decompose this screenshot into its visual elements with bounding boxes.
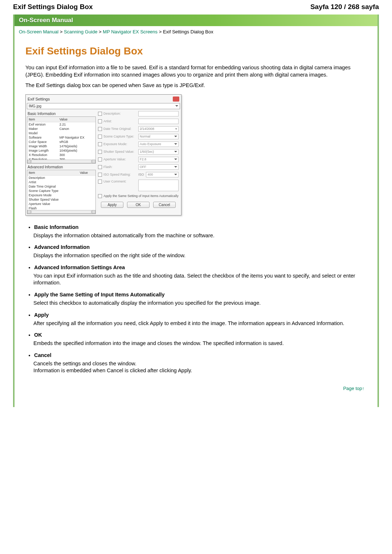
checkbox[interactable] [98,173,102,177]
table-row: MakerCanon [27,127,95,131]
chevron-down-icon [175,105,178,107]
breadcrumb-sep: > [158,29,163,34]
col-item-header: Item [27,170,78,176]
chevron-down-icon [174,166,177,168]
iso-prefix: ISO [138,173,144,176]
table-row: Aperture Value [27,202,95,206]
breadcrumb: On-Screen Manual > Scanning Guide > MP N… [15,26,377,37]
field-label: Aperture Value: [103,157,137,161]
table-row: Flash [27,206,95,210]
exif-settings-dialog: Exif Settings IMG.jpg Basic Information [25,94,181,216]
scrollbar[interactable] [27,160,95,163]
artist-input[interactable] [138,119,179,124]
chevron-down-icon [174,159,177,160]
item-text: Embeds the specified information into th… [33,340,367,347]
col-value-header: Value [78,170,95,176]
table-row: Date Time Original [27,184,95,189]
checkbox[interactable] [98,112,102,116]
checkbox[interactable] [98,180,102,184]
table-row: Color SpacesRGB [27,140,95,144]
doc-title-left: Exif Settings Dialog Box [13,3,93,11]
item-text: Displays the information obtained automa… [33,232,367,239]
apply-same-setting-label: Apply the Same Setting of Input Items Au… [103,194,179,198]
cancel-button[interactable]: Cancel [153,202,176,208]
ok-button[interactable]: OK [127,202,150,208]
field-label: Exposure Mode: [103,142,137,146]
aperture-value-select[interactable]: F2.8 [138,157,179,162]
table-row: Description [27,175,95,180]
field-label: Description: [103,112,137,115]
list-item: Advanced Information Settings AreaYou ca… [34,264,367,287]
breadcrumb-link[interactable]: On-Screen Manual [19,29,58,34]
page-top-link[interactable]: Page top↑ [343,386,364,391]
chevron-down-icon [174,151,177,152]
scene-capture-type-select[interactable]: Normal [138,134,179,139]
col-item-header: Item [27,117,58,122]
date-time-original-input[interactable]: 2/14/2008▾ [138,126,179,132]
table-row: Shutter Speed Value [27,197,95,202]
checkbox[interactable] [98,150,102,154]
list-item: CancelCancels the settings and closes th… [34,352,367,374]
table-row: X Resolution300 [27,153,95,157]
chevron-down-icon [174,136,177,137]
table-row: Exposure Mode [27,193,95,197]
item-text: You can input Exif information such as t… [33,272,367,287]
calendar-icon[interactable]: ▾ [175,127,177,131]
file-select-dropdown[interactable]: IMG.jpg [27,103,180,109]
table-row: Exif version2.21 [27,122,95,127]
advanced-info-list[interactable]: ItemValue Description Artist Date Time O… [27,170,95,210]
list-item: Apply the Same Setting of Input Items Au… [34,292,367,307]
field-label: ISO Speed Rating: [103,173,137,176]
field-label: Date Time Original: [103,127,137,131]
item-text: Select this checkbox to automatically di… [33,300,367,307]
exposure-mode-select[interactable]: Auto Exposure [138,141,179,147]
table-row: Image Width1476(pixels) [27,144,95,148]
item-title: Advanced Information [34,244,367,250]
checkbox[interactable] [98,142,102,146]
list-item: Basic InformationDisplays the informatio… [34,224,367,239]
chevron-down-icon [174,143,177,145]
user-comment-textarea[interactable] [138,180,179,191]
page-title: Exif Settings Dialog Box [25,45,367,57]
scrollbar[interactable] [27,210,95,214]
arrow-up-icon: ↑ [362,386,365,391]
item-text: After specifying all the information you… [33,320,367,327]
dialog-title: Exif Settings [28,97,50,101]
chevron-down-icon [174,174,177,175]
list-item: ApplyAfter specifying all the informatio… [34,312,367,327]
field-label: User Comment: [103,180,137,183]
shutter-speed-select[interactable]: 1/60(Sec) [138,149,179,155]
breadcrumb-sep: > [58,29,64,34]
checkbox[interactable] [98,119,102,123]
breadcrumb-sep: > [97,29,103,34]
breadcrumb-link[interactable]: MP Navigator EX Screens [103,29,158,34]
table-row: SoftwareMP Navigator EX [27,135,95,140]
close-icon[interactable] [173,97,179,102]
apply-same-setting-checkbox[interactable] [98,194,102,198]
descriptions-list: Basic InformationDisplays the informatio… [25,224,367,374]
basic-info-list[interactable]: ItemValue Exif version2.21 MakerCanon Mo… [27,117,95,160]
checkbox[interactable] [98,157,102,161]
item-title: Cancel [34,352,367,358]
iso-speed-select[interactable]: 400 [146,172,179,177]
table-row: Model [27,131,95,135]
file-selected-value: IMG.jpg [29,104,41,108]
checkbox[interactable] [98,127,102,131]
field-label: Flash: [103,165,137,169]
item-title: Advanced Information Settings Area [34,264,367,270]
breadcrumb-current: Exif Settings Dialog Box [163,29,213,34]
flash-select[interactable]: OFF [138,164,179,170]
item-text: Displays the information specified on th… [33,252,367,259]
manual-header: On-Screen Manual [15,15,377,26]
apply-button[interactable]: Apply [101,202,123,208]
table-row: Artist [27,180,95,184]
breadcrumb-link[interactable]: Scanning Guide [64,29,98,34]
table-row: Scene Capture Type [27,189,95,193]
description-input[interactable] [138,111,179,116]
checkbox[interactable] [98,135,102,139]
checkbox[interactable] [98,165,102,169]
settings-area: Description: Artist: Date Time Original:… [96,110,180,214]
item-title: Apply the Same Setting of Input Items Au… [34,292,367,297]
field-label: Scene Capture Type: [103,135,137,138]
item-title: OK [34,332,367,338]
